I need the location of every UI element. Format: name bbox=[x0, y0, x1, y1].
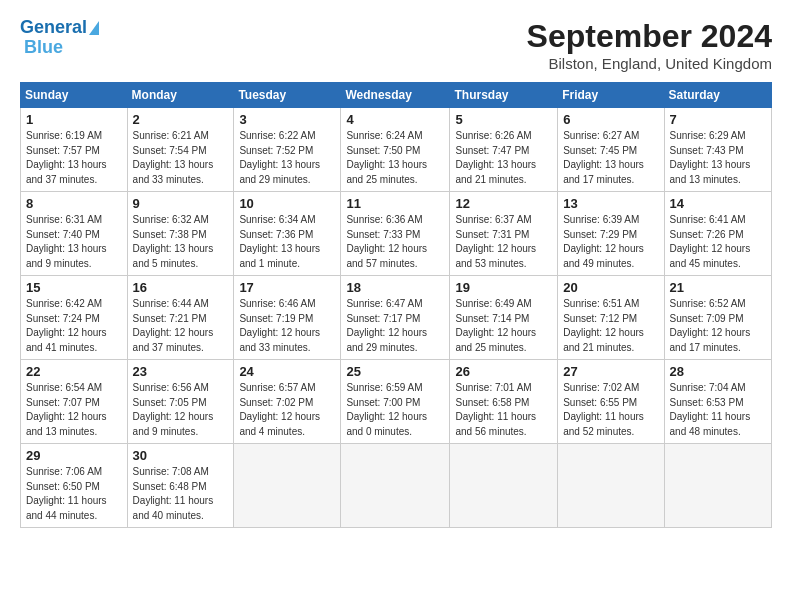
day-info: Sunrise: 6:22 AM Sunset: 7:52 PM Dayligh… bbox=[239, 129, 335, 187]
calendar-cell: 2Sunrise: 6:21 AM Sunset: 7:54 PM Daylig… bbox=[127, 108, 234, 192]
calendar-cell: 20Sunrise: 6:51 AM Sunset: 7:12 PM Dayli… bbox=[558, 276, 664, 360]
weekday-wednesday: Wednesday bbox=[341, 83, 450, 108]
day-number: 1 bbox=[26, 112, 122, 127]
calendar-cell: 12Sunrise: 6:37 AM Sunset: 7:31 PM Dayli… bbox=[450, 192, 558, 276]
calendar-cell: 19Sunrise: 6:49 AM Sunset: 7:14 PM Dayli… bbox=[450, 276, 558, 360]
day-info: Sunrise: 6:52 AM Sunset: 7:09 PM Dayligh… bbox=[670, 297, 766, 355]
day-number: 24 bbox=[239, 364, 335, 379]
calendar-cell bbox=[558, 444, 664, 528]
calendar-cell: 24Sunrise: 6:57 AM Sunset: 7:02 PM Dayli… bbox=[234, 360, 341, 444]
calendar-cell: 14Sunrise: 6:41 AM Sunset: 7:26 PM Dayli… bbox=[664, 192, 771, 276]
day-info: Sunrise: 6:34 AM Sunset: 7:36 PM Dayligh… bbox=[239, 213, 335, 271]
day-info: Sunrise: 6:26 AM Sunset: 7:47 PM Dayligh… bbox=[455, 129, 552, 187]
calendar-cell: 16Sunrise: 6:44 AM Sunset: 7:21 PM Dayli… bbox=[127, 276, 234, 360]
day-number: 18 bbox=[346, 280, 444, 295]
day-number: 22 bbox=[26, 364, 122, 379]
calendar-cell: 26Sunrise: 7:01 AM Sunset: 6:58 PM Dayli… bbox=[450, 360, 558, 444]
calendar-cell: 11Sunrise: 6:36 AM Sunset: 7:33 PM Dayli… bbox=[341, 192, 450, 276]
calendar-cell: 7Sunrise: 6:29 AM Sunset: 7:43 PM Daylig… bbox=[664, 108, 771, 192]
day-info: Sunrise: 6:27 AM Sunset: 7:45 PM Dayligh… bbox=[563, 129, 658, 187]
day-number: 19 bbox=[455, 280, 552, 295]
day-info: Sunrise: 6:39 AM Sunset: 7:29 PM Dayligh… bbox=[563, 213, 658, 271]
day-info: Sunrise: 7:08 AM Sunset: 6:48 PM Dayligh… bbox=[133, 465, 229, 523]
weekday-tuesday: Tuesday bbox=[234, 83, 341, 108]
calendar-cell bbox=[450, 444, 558, 528]
calendar-cell: 28Sunrise: 7:04 AM Sunset: 6:53 PM Dayli… bbox=[664, 360, 771, 444]
week-row-4: 22Sunrise: 6:54 AM Sunset: 7:07 PM Dayli… bbox=[21, 360, 772, 444]
day-number: 16 bbox=[133, 280, 229, 295]
day-info: Sunrise: 6:21 AM Sunset: 7:54 PM Dayligh… bbox=[133, 129, 229, 187]
day-info: Sunrise: 6:59 AM Sunset: 7:00 PM Dayligh… bbox=[346, 381, 444, 439]
day-number: 28 bbox=[670, 364, 766, 379]
day-number: 27 bbox=[563, 364, 658, 379]
month-title: September 2024 bbox=[527, 18, 772, 55]
week-row-2: 8Sunrise: 6:31 AM Sunset: 7:40 PM Daylig… bbox=[21, 192, 772, 276]
day-info: Sunrise: 6:44 AM Sunset: 7:21 PM Dayligh… bbox=[133, 297, 229, 355]
calendar-cell bbox=[234, 444, 341, 528]
weekday-header-row: SundayMondayTuesdayWednesdayThursdayFrid… bbox=[21, 83, 772, 108]
weekday-monday: Monday bbox=[127, 83, 234, 108]
page: General Blue September 2024 Bilston, Eng… bbox=[0, 0, 792, 612]
day-info: Sunrise: 6:37 AM Sunset: 7:31 PM Dayligh… bbox=[455, 213, 552, 271]
day-number: 29 bbox=[26, 448, 122, 463]
logo-arrow-icon bbox=[89, 21, 99, 35]
day-info: Sunrise: 6:47 AM Sunset: 7:17 PM Dayligh… bbox=[346, 297, 444, 355]
calendar-cell bbox=[664, 444, 771, 528]
day-info: Sunrise: 6:46 AM Sunset: 7:19 PM Dayligh… bbox=[239, 297, 335, 355]
calendar-cell: 1Sunrise: 6:19 AM Sunset: 7:57 PM Daylig… bbox=[21, 108, 128, 192]
day-info: Sunrise: 6:32 AM Sunset: 7:38 PM Dayligh… bbox=[133, 213, 229, 271]
calendar-cell: 22Sunrise: 6:54 AM Sunset: 7:07 PM Dayli… bbox=[21, 360, 128, 444]
day-info: Sunrise: 6:24 AM Sunset: 7:50 PM Dayligh… bbox=[346, 129, 444, 187]
week-row-3: 15Sunrise: 6:42 AM Sunset: 7:24 PM Dayli… bbox=[21, 276, 772, 360]
day-number: 10 bbox=[239, 196, 335, 211]
day-number: 17 bbox=[239, 280, 335, 295]
day-info: Sunrise: 6:42 AM Sunset: 7:24 PM Dayligh… bbox=[26, 297, 122, 355]
calendar-cell: 15Sunrise: 6:42 AM Sunset: 7:24 PM Dayli… bbox=[21, 276, 128, 360]
logo-text: General bbox=[20, 18, 87, 38]
day-number: 5 bbox=[455, 112, 552, 127]
calendar-cell: 9Sunrise: 6:32 AM Sunset: 7:38 PM Daylig… bbox=[127, 192, 234, 276]
day-number: 14 bbox=[670, 196, 766, 211]
calendar-cell: 18Sunrise: 6:47 AM Sunset: 7:17 PM Dayli… bbox=[341, 276, 450, 360]
day-info: Sunrise: 6:36 AM Sunset: 7:33 PM Dayligh… bbox=[346, 213, 444, 271]
week-row-1: 1Sunrise: 6:19 AM Sunset: 7:57 PM Daylig… bbox=[21, 108, 772, 192]
day-info: Sunrise: 7:01 AM Sunset: 6:58 PM Dayligh… bbox=[455, 381, 552, 439]
calendar-cell bbox=[341, 444, 450, 528]
calendar-cell: 4Sunrise: 6:24 AM Sunset: 7:50 PM Daylig… bbox=[341, 108, 450, 192]
day-number: 13 bbox=[563, 196, 658, 211]
day-number: 6 bbox=[563, 112, 658, 127]
day-number: 25 bbox=[346, 364, 444, 379]
calendar-cell: 30Sunrise: 7:08 AM Sunset: 6:48 PM Dayli… bbox=[127, 444, 234, 528]
day-number: 21 bbox=[670, 280, 766, 295]
day-info: Sunrise: 7:02 AM Sunset: 6:55 PM Dayligh… bbox=[563, 381, 658, 439]
calendar-cell: 25Sunrise: 6:59 AM Sunset: 7:00 PM Dayli… bbox=[341, 360, 450, 444]
day-number: 12 bbox=[455, 196, 552, 211]
day-info: Sunrise: 6:57 AM Sunset: 7:02 PM Dayligh… bbox=[239, 381, 335, 439]
logo-blue-text: Blue bbox=[24, 38, 63, 58]
day-number: 7 bbox=[670, 112, 766, 127]
day-number: 3 bbox=[239, 112, 335, 127]
week-row-5: 29Sunrise: 7:06 AM Sunset: 6:50 PM Dayli… bbox=[21, 444, 772, 528]
day-number: 9 bbox=[133, 196, 229, 211]
calendar-cell: 17Sunrise: 6:46 AM Sunset: 7:19 PM Dayli… bbox=[234, 276, 341, 360]
calendar-cell: 29Sunrise: 7:06 AM Sunset: 6:50 PM Dayli… bbox=[21, 444, 128, 528]
calendar-cell: 27Sunrise: 7:02 AM Sunset: 6:55 PM Dayli… bbox=[558, 360, 664, 444]
title-block: September 2024 Bilston, England, United … bbox=[527, 18, 772, 72]
day-info: Sunrise: 6:51 AM Sunset: 7:12 PM Dayligh… bbox=[563, 297, 658, 355]
day-info: Sunrise: 6:31 AM Sunset: 7:40 PM Dayligh… bbox=[26, 213, 122, 271]
day-number: 15 bbox=[26, 280, 122, 295]
location: Bilston, England, United Kingdom bbox=[527, 55, 772, 72]
day-number: 20 bbox=[563, 280, 658, 295]
day-info: Sunrise: 6:56 AM Sunset: 7:05 PM Dayligh… bbox=[133, 381, 229, 439]
weekday-sunday: Sunday bbox=[21, 83, 128, 108]
weekday-saturday: Saturday bbox=[664, 83, 771, 108]
calendar-cell: 13Sunrise: 6:39 AM Sunset: 7:29 PM Dayli… bbox=[558, 192, 664, 276]
calendar-cell: 10Sunrise: 6:34 AM Sunset: 7:36 PM Dayli… bbox=[234, 192, 341, 276]
day-number: 11 bbox=[346, 196, 444, 211]
day-info: Sunrise: 6:41 AM Sunset: 7:26 PM Dayligh… bbox=[670, 213, 766, 271]
day-number: 2 bbox=[133, 112, 229, 127]
day-info: Sunrise: 6:54 AM Sunset: 7:07 PM Dayligh… bbox=[26, 381, 122, 439]
day-info: Sunrise: 6:49 AM Sunset: 7:14 PM Dayligh… bbox=[455, 297, 552, 355]
logo: General Blue bbox=[20, 18, 99, 58]
day-number: 4 bbox=[346, 112, 444, 127]
